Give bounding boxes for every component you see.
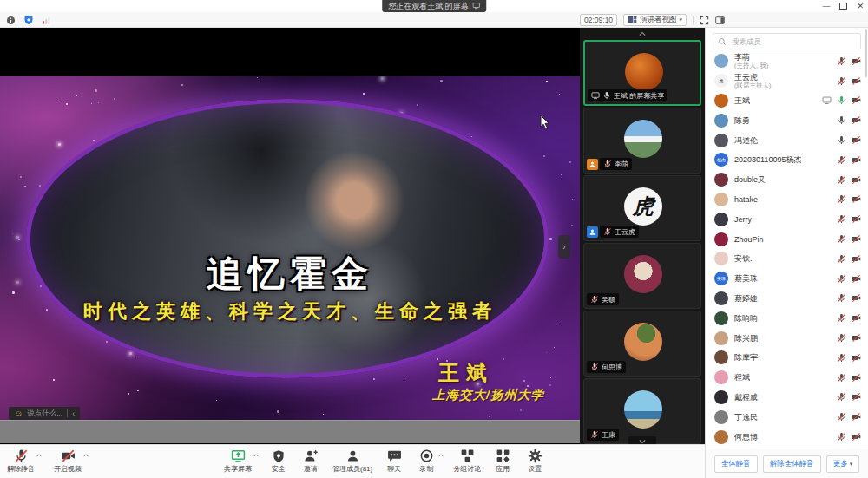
cam-slash-icon[interactable]	[852, 313, 861, 323]
mic-slash-icon[interactable]	[837, 412, 846, 422]
fullscreen-button[interactable]	[700, 16, 709, 25]
view-mode-button[interactable]: 演讲者视图 ▾	[623, 14, 687, 26]
video-tile[interactable]: 吴硕	[583, 243, 701, 309]
cam-slash-icon[interactable]	[852, 254, 861, 264]
cam-slash-icon[interactable]	[852, 194, 861, 204]
cam-slash-icon[interactable]	[852, 115, 861, 125]
chevron-up-icon[interactable]	[253, 452, 260, 459]
minimize-button[interactable]: —	[822, 0, 830, 12]
member-row[interactable]: 陈响响	[706, 308, 868, 328]
cam-slash-icon[interactable]	[852, 392, 861, 402]
chat-input-placeholder[interactable]: 说点什么...	[27, 409, 62, 419]
mic-slash-icon[interactable]	[837, 373, 846, 383]
mic-slash-icon[interactable]	[837, 274, 846, 284]
chat-quick-bar[interactable]: ☺ 说点什么... ‹	[9, 407, 80, 420]
mic-slash-icon[interactable]	[837, 155, 846, 165]
mic-slash-icon[interactable]	[837, 175, 846, 185]
breakout-rooms-button[interactable]: 分组讨论	[453, 449, 481, 474]
member-row[interactable]: 安钦.	[706, 249, 868, 269]
member-row[interactable]: 陈摩宇	[706, 348, 868, 368]
member-row[interactable]: 美珠蔡美珠	[706, 269, 868, 289]
manage-members-button[interactable]: 管理成员(81)	[332, 449, 372, 474]
member-row[interactable]: 陈兴鹏	[706, 328, 868, 348]
network-signal-icon[interactable]	[42, 16, 51, 25]
scroll-down-button[interactable]	[628, 436, 656, 444]
mic-slash-icon[interactable]	[837, 353, 846, 363]
member-search-box[interactable]	[713, 33, 861, 49]
chat-collapse-button[interactable]: ‹	[72, 409, 75, 418]
cam-slash-icon[interactable]	[852, 56, 861, 66]
member-row[interactable]: 丁逸民	[706, 407, 868, 427]
cam-slash-icon[interactable]	[852, 175, 861, 185]
mic-slash-icon[interactable]	[837, 432, 846, 442]
chevron-up-icon[interactable]	[36, 452, 43, 459]
mic-slash-icon[interactable]	[837, 254, 846, 264]
member-row[interactable]: 虎王云虎(联席主持人)	[706, 71, 868, 91]
cam-slash-icon[interactable]	[852, 214, 861, 224]
member-row[interactable]: 冯道伦	[706, 130, 868, 150]
start-video-button[interactable]: 开启视频	[54, 449, 82, 474]
mic-icon[interactable]	[837, 115, 846, 125]
mic-slash-icon[interactable]	[837, 313, 846, 323]
screen-icon[interactable]	[822, 95, 832, 105]
cam-slash-icon[interactable]	[852, 373, 861, 383]
mute-all-button[interactable]: 全体静音	[714, 455, 758, 473]
cam-slash-icon[interactable]	[852, 432, 861, 442]
video-tile[interactable]: 王斌 的屏幕共享	[583, 40, 701, 106]
mic-slash-icon[interactable]	[837, 76, 846, 86]
mic-slash-icon[interactable]	[837, 293, 846, 303]
invite-button[interactable]: 邀请	[300, 449, 321, 474]
search-input[interactable]	[730, 36, 856, 47]
cam-slash-icon[interactable]	[852, 76, 861, 86]
info-icon[interactable]	[6, 16, 16, 25]
apps-button[interactable]: 应用	[492, 449, 513, 474]
member-row[interactable]: 杨杰202030110095杨杰	[706, 150, 868, 170]
member-row[interactable]: double又	[706, 170, 868, 190]
mic-slash-icon[interactable]	[837, 56, 846, 66]
member-row[interactable]: 何思博	[706, 427, 868, 447]
cam-slash-icon[interactable]	[852, 135, 861, 145]
mic-slash-icon[interactable]	[837, 392, 846, 402]
cam-slash-icon[interactable]	[852, 95, 861, 105]
member-row[interactable]: 陈勇	[706, 110, 868, 130]
member-row[interactable]: 蔡婷婕	[706, 289, 868, 309]
cam-slash-icon[interactable]	[852, 293, 861, 303]
mic-green-icon[interactable]	[837, 95, 846, 105]
record-button[interactable]: 录制	[416, 449, 437, 474]
cam-slash-icon[interactable]	[852, 274, 861, 284]
member-row[interactable]: 李萌(主持人, 我)	[706, 51, 868, 71]
scroll-up-button[interactable]	[580, 29, 705, 38]
more-button[interactable]: 更多▾	[826, 455, 860, 473]
member-row[interactable]: 戴程威	[706, 388, 868, 408]
share-screen-button[interactable]: 共享屏幕	[224, 449, 252, 474]
mic-slash-icon[interactable]	[837, 333, 846, 343]
member-row[interactable]: ZhouPin	[706, 229, 868, 249]
close-window-button[interactable]: ✕	[857, 0, 864, 12]
member-row[interactable]: 程斌	[706, 368, 868, 388]
mic-icon[interactable]	[837, 135, 846, 145]
video-tile[interactable]: 虎王云虎	[583, 175, 701, 241]
chat-button[interactable]: 聊天	[384, 449, 404, 474]
side-panel-toggle-button[interactable]	[715, 16, 725, 25]
member-row[interactable]: 王斌	[706, 91, 868, 111]
cam-slash-icon[interactable]	[852, 333, 861, 343]
member-row[interactable]: hatake	[706, 190, 868, 210]
cam-slash-icon[interactable]	[852, 155, 861, 165]
mic-slash-icon[interactable]	[837, 214, 846, 224]
chevron-up-icon[interactable]	[437, 452, 444, 459]
chevron-up-icon[interactable]	[82, 452, 89, 459]
maximize-button[interactable]	[839, 3, 847, 10]
cam-slash-icon[interactable]	[852, 412, 861, 422]
thumbnails-collapse-handle[interactable]: ›	[558, 235, 570, 259]
mic-slash-icon[interactable]	[837, 194, 846, 204]
settings-button[interactable]: 设置	[524, 449, 545, 474]
video-tile[interactable]: 李萌	[583, 108, 701, 174]
security-button[interactable]: 安全	[268, 449, 289, 474]
mic-slash-icon[interactable]	[837, 234, 846, 244]
video-tile[interactable]: 何思博	[583, 311, 701, 377]
unmute-button[interactable]: 解除静音	[7, 449, 35, 474]
cam-slash-icon[interactable]	[852, 234, 861, 244]
panel-scrollbar[interactable]	[865, 29, 867, 77]
shield-icon[interactable]	[23, 15, 34, 25]
unmute-all-button[interactable]: 解除全体静音	[763, 455, 821, 473]
